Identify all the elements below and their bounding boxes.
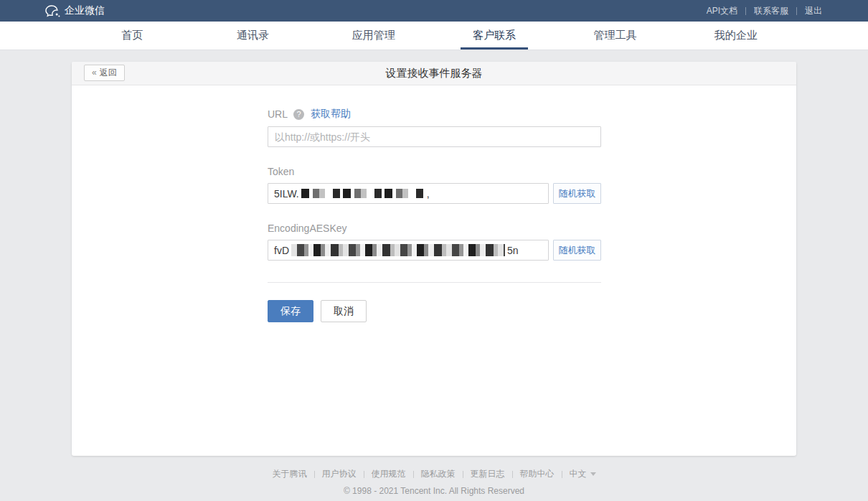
- main-nav: 首页 通讯录 应用管理 客户联系 管理工具 我的企业: [0, 22, 868, 50]
- contact-support-link[interactable]: 联系客服: [753, 5, 790, 17]
- get-help-link[interactable]: 获取帮助: [311, 108, 351, 121]
- aeskey-label: EncodingAESKey: [268, 223, 347, 234]
- aeskey-random-generate-button[interactable]: 随机获取: [553, 240, 601, 261]
- form-divider: [268, 282, 601, 283]
- back-label: 返回: [100, 68, 117, 77]
- aeskey-visible-prefix: fvD: [274, 245, 289, 256]
- topbar: 企业微信 API文档 联系客服 退出: [0, 0, 868, 22]
- redacted-aeskey-value: [291, 244, 505, 256]
- url-field-group: URL ? 获取帮助: [268, 108, 601, 147]
- tab-management-tools[interactable]: 管理工具: [555, 22, 675, 50]
- footer: 关于腾讯 用户协议 使用规范 隐私政策 更新日志 帮助中心 中文 © 1998 …: [0, 468, 868, 496]
- footer-link-about-tencent[interactable]: 关于腾讯: [273, 468, 307, 480]
- tab-app-management[interactable]: 应用管理: [313, 22, 434, 50]
- token-field-group: Token 5ILW. , 随机获取: [268, 166, 601, 204]
- token-input[interactable]: 5ILW. ,: [268, 183, 549, 204]
- tab-my-company[interactable]: 我的企业: [676, 22, 796, 50]
- aeskey-field-group: EncodingAESKey fvD 5n 随机获取: [268, 223, 601, 261]
- footer-link-privacy-policy[interactable]: 隐私政策: [421, 468, 456, 480]
- page-title: 设置接收事件服务器: [386, 67, 483, 80]
- card-header: « 返回 设置接收事件服务器: [72, 62, 796, 85]
- wework-logo-icon: [45, 5, 60, 17]
- token-visible-prefix: 5ILW.: [274, 188, 299, 200]
- divider: [512, 471, 513, 478]
- logout-link[interactable]: 退出: [803, 5, 824, 17]
- token-random-generate-button[interactable]: 随机获取: [553, 183, 601, 204]
- divider: [562, 471, 562, 478]
- divider: [796, 7, 797, 15]
- footer-link-usage-rules[interactable]: 使用规范: [372, 468, 406, 480]
- divider: [745, 7, 746, 15]
- footer-link-changelog[interactable]: 更新日志: [471, 468, 505, 480]
- url-input[interactable]: [268, 126, 601, 147]
- aeskey-visible-suffix: 5n: [507, 245, 519, 256]
- api-docs-link[interactable]: API文档: [705, 5, 739, 17]
- footer-link-user-agreement[interactable]: 用户协议: [322, 468, 357, 480]
- topbar-links: API文档 联系客服 退出: [705, 5, 824, 17]
- token-visible-suffix: ,: [427, 188, 430, 200]
- language-switcher[interactable]: 中文: [570, 468, 596, 480]
- url-label: URL: [268, 108, 288, 120]
- back-button[interactable]: « 返回: [84, 65, 125, 81]
- divider: [413, 471, 414, 478]
- redacted-token-value: [301, 189, 425, 198]
- tab-customer-contact[interactable]: 客户联系: [434, 22, 555, 50]
- caret-down-icon: [590, 472, 596, 476]
- back-chevrons-icon: «: [92, 68, 97, 77]
- divider: [364, 471, 364, 478]
- footer-link-help-center[interactable]: 帮助中心: [520, 468, 555, 480]
- save-button[interactable]: 保存: [268, 300, 313, 322]
- brand[interactable]: 企业微信: [45, 4, 105, 17]
- help-icon[interactable]: ?: [293, 109, 304, 120]
- brand-name: 企业微信: [65, 4, 105, 17]
- tab-contacts[interactable]: 通讯录: [192, 22, 313, 50]
- tab-home[interactable]: 首页: [72, 22, 192, 50]
- copyright-text: © 1998 - 2021 Tencent Inc. All Rights Re…: [0, 486, 868, 496]
- divider: [463, 471, 463, 478]
- divider: [314, 471, 315, 478]
- card-body: URL ? 获取帮助 Token 5ILW. , 随机获取: [72, 85, 796, 456]
- settings-card: « 返回 设置接收事件服务器 URL ? 获取帮助 Token: [72, 62, 796, 456]
- aeskey-input[interactable]: fvD 5n: [268, 240, 549, 261]
- server-settings-form: URL ? 获取帮助 Token 5ILW. , 随机获取: [268, 108, 601, 322]
- language-label: 中文: [570, 468, 587, 480]
- token-label: Token: [268, 166, 294, 177]
- cancel-button[interactable]: 取消: [321, 300, 367, 322]
